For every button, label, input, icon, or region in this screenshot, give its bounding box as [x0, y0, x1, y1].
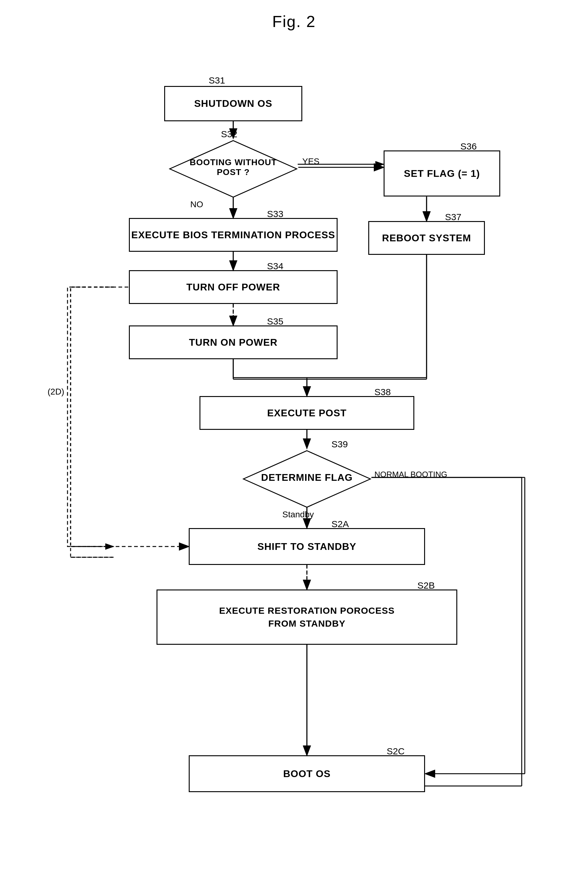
step-s39: DETERMINE FLAG — [243, 448, 371, 507]
step-s36: SET FLAG (= 1) — [384, 150, 500, 197]
label-s38: S38 — [374, 387, 391, 397]
step-s32: BOOTING WITHOUT POST ? — [169, 138, 298, 197]
step-s2b: EXECUTE RESTORATION POROCESS FROM STANDB… — [156, 590, 457, 645]
label-s37: S37 — [445, 212, 461, 222]
step-s2c: BOOT OS — [189, 755, 425, 792]
no-label: NO — [190, 200, 203, 209]
step-s37: REBOOT SYSTEM — [368, 221, 485, 255]
diagram-container: Fig. 2 — [0, 0, 588, 887]
normal-booting-label: NORMAL BOOTING — [374, 470, 447, 479]
label-s2c: S2C — [387, 746, 405, 756]
step-s34: TURN OFF POWER — [129, 270, 338, 304]
label-s34: S34 — [267, 261, 283, 272]
label-s35: S35 — [267, 316, 283, 327]
connector-svg — [0, 0, 588, 887]
step-s35: TURN ON POWER — [129, 326, 338, 359]
step-s31: SHUTDOWN OS — [164, 86, 302, 121]
step-s2a: SHIFT TO STANDBY — [189, 528, 425, 565]
standby-label: Standby — [282, 510, 314, 519]
label-s33: S33 — [267, 209, 283, 219]
yes-label: YES — [302, 156, 320, 167]
feedback-loop-svg — [0, 0, 588, 887]
side-note-2d: (2D) — [48, 387, 64, 397]
label-s39: S39 — [332, 439, 348, 449]
label-s31: S31 — [208, 75, 225, 86]
step-s33: EXECUTE BIOS TERMINATION PROCESS — [129, 218, 338, 252]
step-s38: EXECUTE POST — [200, 396, 414, 430]
label-s2a: S2A — [332, 519, 349, 529]
arrows-svg — [0, 0, 588, 887]
label-s32: S32 — [221, 129, 237, 140]
label-s36: S36 — [460, 141, 477, 152]
label-s2b: S2B — [417, 580, 435, 591]
figure-title: Fig. 2 — [0, 12, 588, 31]
